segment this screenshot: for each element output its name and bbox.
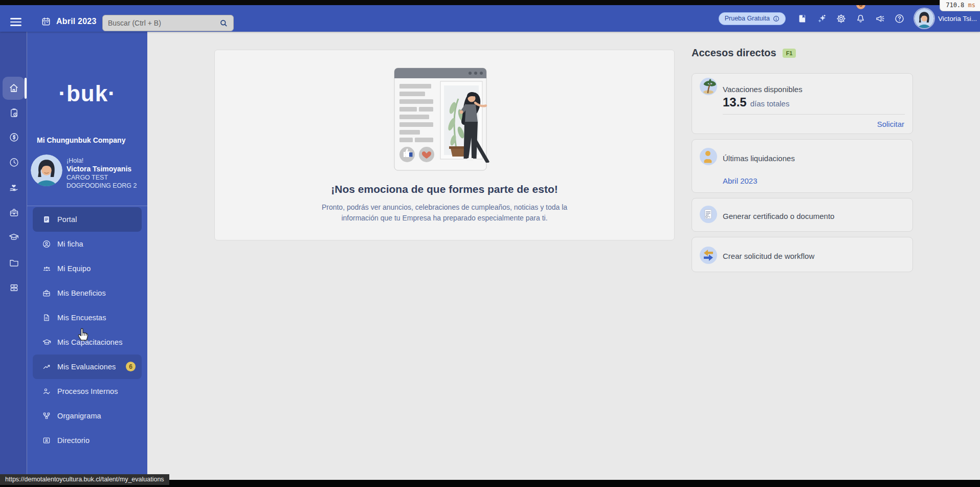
card-title: Últimas liquidaciones bbox=[723, 154, 795, 163]
clipboard-clock-icon bbox=[9, 107, 19, 118]
toolbox-icon bbox=[9, 207, 19, 218]
sidebar-item-mi-equipo[interactable]: Mi Equipo bbox=[33, 256, 142, 281]
briefcase-icon bbox=[41, 289, 52, 298]
rail-item-documents[interactable] bbox=[4, 255, 24, 270]
org-chart-icon bbox=[41, 411, 52, 420]
rail-item-training[interactable] bbox=[4, 230, 24, 245]
trend-up-icon bbox=[41, 362, 52, 371]
status-url-tooltip: https://demotalentoycultura.buk.cl/talen… bbox=[0, 474, 169, 485]
payslip-person-icon bbox=[700, 148, 717, 165]
vacation-days-value: 13.5 bbox=[723, 95, 747, 109]
sidebar-item-label: Organigrama bbox=[57, 412, 101, 420]
global-search bbox=[102, 15, 234, 31]
palm-tree-icon bbox=[700, 78, 717, 95]
calendar-icon bbox=[41, 16, 51, 27]
sidebar-item-portal[interactable]: Portal bbox=[33, 207, 142, 232]
sidebar-item-mis-capacitaciones[interactable]: Mis Capacitaciones bbox=[33, 330, 142, 355]
bookmark-icon bbox=[797, 13, 808, 24]
archive-cabinet-icon bbox=[9, 282, 19, 293]
sidebar-menu: Portal Mi ficha Mi Equ bbox=[27, 206, 147, 453]
bell-icon bbox=[855, 13, 866, 24]
profile-role-line2: DOGFOODING EORG 2 bbox=[66, 182, 137, 190]
rail-active-bar bbox=[25, 78, 27, 99]
rail-item-requests[interactable] bbox=[4, 105, 24, 120]
user-profile-card: ¡Hola! Victora Tsimoyanis CARGO TEST DOG… bbox=[31, 154, 137, 190]
notifications-button[interactable]: 8 bbox=[851, 9, 871, 28]
welcome-illustration bbox=[393, 67, 506, 175]
card-title: Crear solicitud de workflow bbox=[723, 252, 814, 260]
sidebar-item-directorio[interactable]: Directorio bbox=[33, 428, 142, 453]
sidebar-item-mis-encuestas[interactable]: Mis Encuestas bbox=[33, 305, 142, 330]
settings-button[interactable] bbox=[832, 9, 851, 28]
profile-avatar bbox=[31, 154, 62, 186]
card-title: Generar certificado o documento bbox=[723, 212, 834, 220]
profile-role-line1: CARGO TEST bbox=[66, 173, 137, 182]
person-check-icon bbox=[41, 387, 52, 396]
performance-badge: 710.8 ms bbox=[940, 0, 980, 11]
profile-name: Victora Tsimoyanis bbox=[66, 165, 137, 173]
hand-heart-icon bbox=[8, 182, 19, 193]
rail-item-archive[interactable] bbox=[4, 280, 24, 295]
graduation-cap-icon bbox=[8, 232, 19, 243]
rail-item-benefits[interactable] bbox=[4, 180, 24, 194]
card-title: Vacaciones disponibles bbox=[723, 85, 803, 94]
welcome-body-line1: Pronto, podrás ver anuncios, celebracion… bbox=[322, 203, 567, 211]
shortcut-card-certificado[interactable]: Generar certificado o documento bbox=[692, 198, 913, 232]
app-window: Abril 2023 Prueba Gratuita bbox=[0, 0, 980, 487]
home-icon bbox=[8, 82, 19, 94]
search-input[interactable] bbox=[103, 19, 219, 27]
trial-label: Prueba Gratuita bbox=[725, 15, 770, 22]
announcements-button[interactable] bbox=[871, 9, 890, 28]
search-icon[interactable] bbox=[219, 18, 228, 28]
welcome-body-line2: información que tu Empresa ha preparado … bbox=[341, 214, 547, 222]
liquidacion-month-link[interactable]: Abril 2023 bbox=[723, 176, 758, 185]
sidebar-item-mis-evaluaciones[interactable]: Mis Evaluaciones 6 bbox=[33, 355, 142, 379]
document-icon bbox=[41, 313, 52, 322]
sidebar-item-label: Mi ficha bbox=[57, 240, 83, 248]
sidebar-item-label: Mis Encuestas bbox=[57, 314, 106, 322]
dollar-circle-icon bbox=[9, 132, 19, 143]
rail-item-payments[interactable] bbox=[4, 130, 24, 144]
workflow-arrows-icon bbox=[700, 247, 717, 264]
evaluations-count-badge: 6 bbox=[126, 362, 136, 371]
sidebar-item-label: Mi Equipo bbox=[57, 264, 91, 273]
vacation-days-suffix: días totales bbox=[750, 99, 790, 108]
sidebar-item-procesos-internos[interactable]: Procesos Internos bbox=[33, 379, 142, 404]
sidebar-item-mi-ficha[interactable]: Mi ficha bbox=[33, 232, 142, 256]
trial-badge-button[interactable]: Prueba Gratuita bbox=[719, 12, 786, 25]
megaphone-icon bbox=[875, 13, 885, 24]
sidebar-item-label: Procesos Internos bbox=[57, 387, 118, 395]
welcome-title: ¡Nos emociona de que formes parte de est… bbox=[215, 183, 674, 195]
sidebar-item-mis-beneficios[interactable]: Mis Beneficios bbox=[33, 281, 142, 305]
solicitar-link[interactable]: Solicitar bbox=[877, 120, 904, 128]
bookmark-button[interactable] bbox=[793, 9, 812, 28]
sidebar-item-label: Mis Beneficios bbox=[57, 289, 106, 297]
top-letterbox bbox=[0, 0, 980, 5]
shortcut-card-workflow[interactable]: Crear solicitud de workflow bbox=[692, 237, 913, 272]
user-name: Victoria Tsi... bbox=[938, 15, 977, 23]
buk-logo: ·buk· bbox=[27, 81, 147, 106]
main-content: ¡Nos emociona de que formes parte de est… bbox=[147, 32, 980, 480]
shortcut-card-vacaciones[interactable]: Vacaciones disponibles 13.5días totales … bbox=[692, 73, 913, 134]
welcome-card: ¡Nos emociona de que formes parte de est… bbox=[214, 50, 675, 240]
shortcut-card-liquidaciones[interactable]: Últimas liquidaciones Abril 2023 bbox=[692, 139, 913, 193]
sidebar-item-organigrama[interactable]: Organigrama bbox=[33, 404, 142, 428]
folder-icon bbox=[9, 257, 19, 268]
help-button[interactable] bbox=[890, 9, 909, 28]
sidebar-item-label: Mis Capacitaciones bbox=[57, 338, 123, 346]
rail-item-toolbox[interactable] bbox=[4, 205, 24, 219]
company-name: Mi Chungunbuk Company bbox=[37, 136, 142, 144]
top-navigation-bar: Abril 2023 Prueba Gratuita bbox=[0, 5, 980, 32]
period-selector[interactable]: Abril 2023 bbox=[41, 16, 96, 27]
menu-toggle-button[interactable] bbox=[10, 18, 21, 26]
sparkles-icon bbox=[816, 13, 828, 24]
shortcuts-hotkey-badge: F1 bbox=[783, 49, 796, 58]
person-circle-icon bbox=[41, 239, 52, 249]
rail-item-time[interactable] bbox=[4, 155, 24, 169]
sidebar-item-label: Directorio bbox=[57, 436, 90, 445]
assistant-button[interactable] bbox=[812, 9, 832, 28]
vacation-days: 13.5días totales bbox=[723, 95, 789, 109]
shortcuts-title: Accesos directos bbox=[692, 47, 776, 59]
rail-item-home[interactable] bbox=[4, 81, 24, 95]
user-avatar[interactable] bbox=[915, 9, 934, 28]
